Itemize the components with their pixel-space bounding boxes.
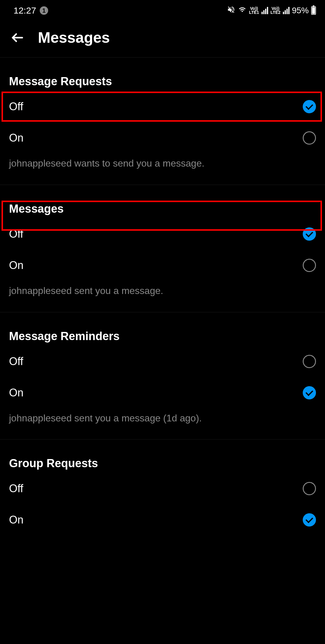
status-time: 12:27 (14, 5, 36, 16)
option-on[interactable]: On (9, 377, 316, 408)
lte1-indicator: Vo)) LTE1 (249, 7, 259, 14)
section-title: Message Requests (9, 58, 316, 91)
helper-text: johnappleseed sent you a message (1d ago… (9, 408, 316, 439)
radio-unchecked-icon (303, 355, 316, 368)
radio-checked-icon (303, 386, 316, 399)
signal-bars-2 (283, 7, 289, 14)
section-message-reminders: Message Reminders Off On johnappleseed s… (0, 312, 325, 439)
option-label: Off (9, 228, 23, 240)
option-off[interactable]: Off (9, 218, 316, 250)
option-label: On (9, 132, 23, 144)
header: Messages (0, 21, 325, 57)
notification-badge: 1 (40, 6, 48, 15)
helper-text: johnappleseed wants to send you a messag… (9, 154, 316, 185)
option-off[interactable]: Off (9, 91, 316, 122)
option-label: On (9, 514, 23, 526)
wifi-icon (238, 6, 247, 15)
option-label: On (9, 386, 23, 399)
status-bar: 12:27 1 Vo)) LTE1 Vo)) LTE2 95% (0, 0, 325, 21)
lte2-indicator: Vo)) LTE2 (271, 7, 280, 14)
option-off[interactable]: Off (9, 346, 316, 377)
option-label: Off (9, 482, 23, 495)
option-label: Off (9, 355, 23, 368)
battery-icon (311, 6, 316, 15)
section-title: Group Requests (9, 439, 316, 473)
status-left: 12:27 1 (14, 5, 48, 16)
section-title: Message Reminders (9, 312, 316, 346)
content: Message Requests Off On johnappleseed wa… (0, 58, 325, 536)
option-on[interactable]: On (9, 504, 316, 536)
status-right: Vo)) LTE1 Vo)) LTE2 95% (227, 5, 316, 16)
page-title: Messages (38, 29, 110, 46)
section-message-requests: Message Requests Off On johnappleseed wa… (0, 58, 325, 185)
radio-checked-icon (303, 513, 316, 527)
radio-unchecked-icon (303, 131, 316, 145)
back-button[interactable] (9, 29, 26, 46)
helper-text: johnappleseed sent you a message. (9, 281, 316, 312)
option-label: On (9, 259, 23, 272)
radio-unchecked-icon (303, 482, 316, 495)
section-group-requests: Group Requests Off On (0, 439, 325, 536)
option-on[interactable]: On (9, 122, 316, 154)
mute-icon (227, 5, 235, 16)
option-label: Off (9, 100, 23, 113)
radio-checked-icon (303, 227, 316, 241)
radio-unchecked-icon (303, 259, 316, 272)
radio-checked-icon (303, 100, 316, 113)
option-on[interactable]: On (9, 250, 316, 281)
section-title: Messages (9, 185, 316, 218)
battery-percent: 95% (292, 6, 309, 15)
option-off[interactable]: Off (9, 473, 316, 504)
signal-bars-1 (262, 7, 268, 14)
section-messages: Messages Off On johnappleseed sent you a… (0, 185, 325, 312)
